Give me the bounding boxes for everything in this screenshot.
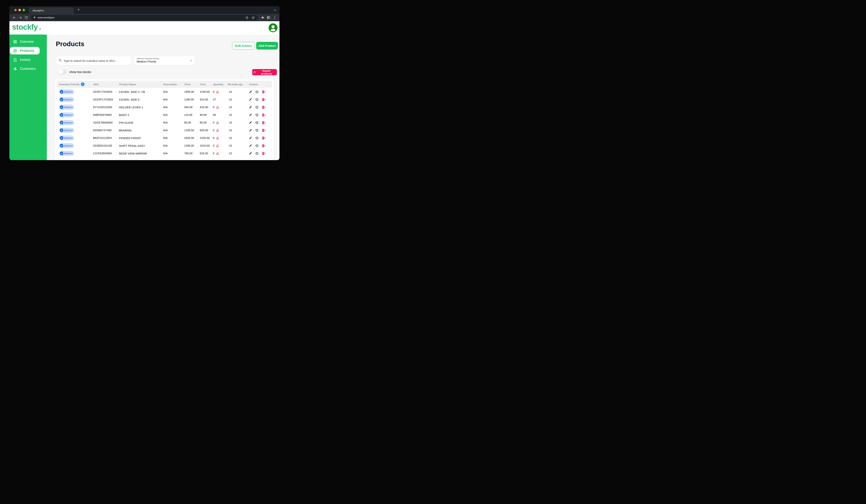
side-panel-icon[interactable] xyxy=(266,15,271,20)
edit-product-button[interactable] xyxy=(249,105,252,109)
pencil-icon xyxy=(249,105,252,109)
edit-product-button[interactable] xyxy=(249,136,252,139)
edit-product-button[interactable] xyxy=(249,152,252,155)
sidebar-item-customers[interactable]: Customers xyxy=(9,64,47,73)
check-circle-icon xyxy=(59,121,64,124)
delete-product-button[interactable] xyxy=(262,98,266,101)
price-cell: 1205.00 xyxy=(184,129,194,132)
reload-button[interactable] xyxy=(24,15,29,20)
new-tab-button[interactable]: + xyxy=(77,7,80,12)
sidebar-item-label: Invoice xyxy=(20,58,30,62)
history-button[interactable] xyxy=(255,90,258,93)
product-name-cell: SHIFT PEDAL ASSY xyxy=(119,144,145,147)
history-button[interactable] xyxy=(255,121,258,124)
bulk-actions-button[interactable]: Bulk Actions xyxy=(232,42,255,49)
delete-product-button[interactable] xyxy=(262,144,266,147)
reorder-qty-cell: 10 xyxy=(229,121,232,124)
delete-product-button[interactable] xyxy=(262,113,266,117)
add-product-button[interactable]: Add Product xyxy=(256,42,278,49)
table-row: Medium 21CF62903000 REAR VIEW MIRROR N/A… xyxy=(55,149,274,157)
delete-product-button[interactable] xyxy=(262,105,266,109)
lock-icon xyxy=(33,16,36,20)
history-icon xyxy=(255,98,258,101)
history-button[interactable] xyxy=(255,105,258,109)
history-button[interactable] xyxy=(255,113,258,117)
delete-product-button[interactable] xyxy=(262,136,266,140)
edit-product-button[interactable] xyxy=(249,121,252,124)
description-cell: N/A xyxy=(163,98,168,101)
tab-search-chevron-icon[interactable] xyxy=(274,9,276,11)
edit-product-button[interactable] xyxy=(249,144,252,147)
filter-value: Medium Priority xyxy=(137,60,192,63)
show-low-stocks-toggle[interactable] xyxy=(58,69,67,75)
products-table: Inventory Priorityi SKU Product Name Des… xyxy=(55,79,274,160)
actions-cell xyxy=(249,121,266,124)
priority-filter-select[interactable]: Filter By Inventory Priority Medium Prio… xyxy=(134,56,195,65)
cost-cell: 1015.00 xyxy=(200,144,210,147)
delete-product-button[interactable] xyxy=(262,90,266,93)
actions-cell xyxy=(249,113,266,117)
price-cell: 780.00 xyxy=(184,152,192,155)
actions-cell xyxy=(249,152,266,155)
search-input[interactable] xyxy=(63,59,129,62)
history-button[interactable] xyxy=(255,152,258,155)
low-stock-warning-icon xyxy=(216,128,219,132)
low-stock-warning-icon xyxy=(216,151,219,155)
table-row: Medium 2GSF17310033 COVER, SIDE 3 -YB N/… xyxy=(55,88,274,95)
close-window-button[interactable] xyxy=(14,9,17,11)
edit-product-button[interactable] xyxy=(249,90,252,93)
cost-cell: 625.00 xyxy=(200,152,208,155)
maximize-window-button[interactable] xyxy=(23,9,25,11)
priority-badge: Medium xyxy=(59,97,74,102)
back-button[interactable] xyxy=(12,15,16,20)
sidebar-item-overview[interactable]: Overview xyxy=(9,37,47,46)
product-name-cell: FENDER FRONT xyxy=(119,136,141,139)
history-button[interactable] xyxy=(255,98,258,101)
product-name-cell: BEARING xyxy=(119,129,132,132)
description-cell: N/A xyxy=(163,113,168,116)
sidebar-item-invoice[interactable]: $ Invoice xyxy=(9,55,47,64)
product-name-cell: BOOT 2 xyxy=(119,113,129,116)
forward-button[interactable] xyxy=(18,15,23,20)
sidebar-item-label: Customers xyxy=(20,67,36,71)
share-icon[interactable] xyxy=(244,15,249,20)
edit-product-button[interactable] xyxy=(249,98,252,101)
quantity-cell: 0 xyxy=(213,144,219,147)
address-bar[interactable]: www.stockfypro xyxy=(31,15,258,20)
bookmark-star-icon[interactable] xyxy=(251,15,256,20)
info-icon[interactable]: i xyxy=(81,82,85,86)
edit-product-button[interactable] xyxy=(249,113,252,116)
pencil-icon xyxy=(249,136,252,139)
trash-sweep-icon xyxy=(262,113,266,117)
export-products-button[interactable]: Export products xyxy=(252,69,277,75)
person-add-icon xyxy=(13,67,17,71)
priority-label: Medium xyxy=(64,136,73,139)
history-button[interactable] xyxy=(255,129,258,132)
actions-cell xyxy=(249,129,266,132)
priority-badge: Medium xyxy=(59,151,74,156)
sku-cell: 5YYH29110200 xyxy=(93,106,112,109)
edit-product-button[interactable] xyxy=(249,129,252,132)
filter-label: Filter By Inventory Priority xyxy=(137,57,192,60)
pencil-icon xyxy=(249,129,252,132)
extensions-puzzle-icon[interactable] xyxy=(260,15,265,20)
sidebar-item-products[interactable]: Products xyxy=(10,47,40,55)
delete-product-button[interactable] xyxy=(262,152,266,155)
reorder-qty-cell: 10 xyxy=(229,129,232,132)
browser-tab[interactable]: StockfyPro xyxy=(29,8,74,14)
minimize-window-button[interactable] xyxy=(19,9,21,11)
scrollbar[interactable] xyxy=(277,78,278,160)
priority-badge: Medium xyxy=(59,120,74,125)
description-cell: N/A xyxy=(163,136,168,139)
price-cell: 545.00 xyxy=(184,106,192,109)
user-avatar-button[interactable] xyxy=(268,23,278,32)
sidebar-item-label: Overview xyxy=(20,40,34,44)
delete-product-button[interactable] xyxy=(262,121,266,124)
trash-sweep-icon xyxy=(262,129,266,132)
priority-badge: Medium xyxy=(59,112,74,117)
history-button[interactable] xyxy=(255,136,258,140)
delete-product-button[interactable] xyxy=(262,129,266,132)
sku-cell: 2GSE81101100 xyxy=(93,144,112,147)
history-button[interactable] xyxy=(255,144,258,147)
browser-menu-icon[interactable] xyxy=(272,15,277,20)
